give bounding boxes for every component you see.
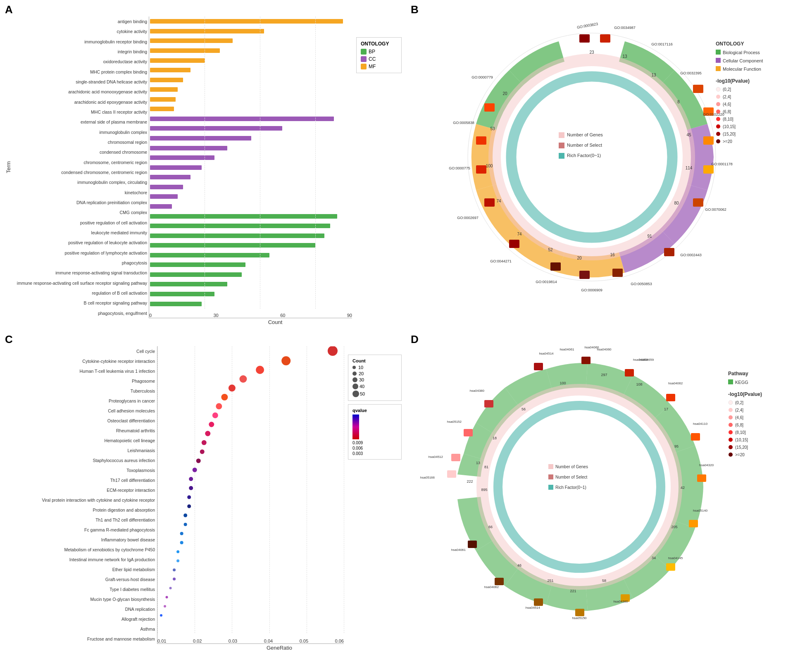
- svg-rect-92: [666, 394, 675, 401]
- dot-label-17: Protein digestion and absorption: [93, 508, 155, 512]
- svg-rect-13: [579, 271, 590, 279]
- bar-row-1: [150, 19, 352, 24]
- svg-text:Number of Genes: Number of Genes: [555, 465, 588, 469]
- svg-rect-5: [600, 34, 610, 43]
- dot-1: [328, 346, 338, 356]
- svg-rect-54: [559, 143, 564, 148]
- svg-text:Biological Process: Biological Process: [723, 50, 760, 55]
- svg-text:hsa04062: hsa04062: [484, 585, 499, 589]
- dot-label-14: Th17 cell differentiation: [110, 478, 155, 483]
- svg-text:hsa05150: hsa05150: [572, 616, 587, 620]
- dotplot-labels: Cell cycle Cytokine-cytokine receptor in…: [4, 346, 157, 644]
- panel-d-chart: hsa05166 hsa04512 hsa05152 hsa04380 hsa0…: [414, 334, 786, 648]
- dot-label-11: Leishmaniasis: [127, 448, 155, 453]
- svg-text:Cellular Component: Cellular Component: [723, 58, 763, 63]
- bar-label-12: immunoglobulin complex: [99, 130, 147, 135]
- bar-label-14: condensed chromosome: [100, 150, 147, 155]
- legend-a-title: ONTOLOGY: [361, 41, 397, 47]
- svg-text:KEGG: KEGG: [735, 380, 748, 385]
- svg-text:297: 297: [601, 373, 607, 377]
- svg-text:895: 895: [481, 488, 487, 492]
- dot-label-2: Cytokine-cytokine receptor interaction: [82, 359, 155, 364]
- dot-11: [202, 440, 207, 445]
- bar-row-16: [150, 164, 352, 170]
- svg-text:GO:0032395: GO:0032395: [680, 71, 702, 75]
- dot-24: [176, 560, 179, 562]
- dot-10: [205, 431, 210, 436]
- svg-text:(2,4]: (2,4]: [723, 95, 731, 99]
- bar-label-18: kinetochore: [125, 190, 147, 195]
- dot-label-29: Asthma: [140, 627, 155, 631]
- svg-text:hsa04060: hsa04060: [597, 348, 612, 351]
- bar-row-2: [150, 28, 352, 34]
- x-axis-title-c: GeneRatio: [157, 645, 402, 651]
- bar-row-5: [150, 57, 352, 63]
- bar-row-10: [150, 106, 352, 112]
- svg-rect-94: [697, 474, 706, 482]
- svg-text:13: 13: [476, 461, 480, 465]
- legend-item-cc: CC: [361, 56, 397, 62]
- bar-label-17: immunoglobulin complex, circulating: [77, 180, 147, 185]
- dot-14: [193, 468, 197, 472]
- bar-label-27: immune response-activating cell surface …: [17, 281, 147, 286]
- svg-point-68: [716, 95, 720, 99]
- svg-rect-11: [664, 248, 674, 256]
- svg-text:(10,15]: (10,15]: [723, 124, 736, 129]
- svg-text:(8,10]: (8,10]: [723, 117, 733, 122]
- svg-text:205: 205: [671, 525, 677, 529]
- dot-label-23: Ether lipid metabolism: [112, 567, 155, 572]
- legend-item-mf: MF: [361, 64, 397, 69]
- bar-row-11: [150, 116, 352, 122]
- bar-row-18: [150, 184, 352, 190]
- svg-rect-90: [581, 357, 591, 364]
- svg-text:GO:0070062: GO:0070062: [705, 207, 726, 212]
- bar-row-30: [150, 301, 352, 307]
- svg-rect-59: [716, 50, 721, 55]
- dot-label-9: Rheumatoid arthritis: [116, 428, 155, 433]
- dot-label-22: Intestinal immune network for IgA produc…: [69, 557, 155, 562]
- bar-label-22: leukocyte mediated immunity: [91, 230, 147, 235]
- dot-18: [187, 505, 191, 508]
- dot-6: [221, 394, 228, 400]
- svg-text:58: 58: [602, 579, 606, 583]
- dot-26: [173, 578, 176, 581]
- bar-row-24: [150, 243, 352, 248]
- dot-label-27: DNA replication: [125, 607, 155, 612]
- svg-rect-10: [693, 198, 703, 207]
- bar-row-7: [150, 77, 352, 83]
- svg-text:hsa04061: hsa04061: [451, 548, 466, 552]
- svg-text:hsa04659: hsa04659: [639, 358, 654, 362]
- svg-rect-100: [495, 578, 504, 585]
- panel-d-label: D: [411, 333, 419, 346]
- bar-label-2: cytokine activity: [117, 29, 147, 34]
- svg-rect-52: [559, 132, 564, 138]
- svg-text:Pathway: Pathway: [728, 371, 748, 376]
- svg-text:74: 74: [517, 232, 522, 236]
- dot-label-3: Human T-cell leukemia virus 1 infection: [80, 369, 155, 374]
- dot-16: [189, 486, 193, 490]
- svg-rect-18: [476, 136, 486, 145]
- bar-row-23: [150, 233, 352, 238]
- dot-9: [209, 422, 214, 427]
- svg-text:8: 8: [677, 100, 680, 104]
- dot-label-7: Cell adhesion molecules: [108, 408, 155, 413]
- svg-text:13: 13: [651, 73, 656, 77]
- bar-row-29: [150, 291, 352, 297]
- svg-point-78: [716, 132, 720, 136]
- bar-chart-labels: antigen binding cytokine activity immuno…: [12, 17, 149, 318]
- bar-label-26: immune response-activating signal transd…: [55, 270, 147, 275]
- qvalue-legend-title: qvalue: [352, 408, 397, 413]
- svg-text:hsa04145: hsa04145: [668, 556, 683, 560]
- svg-rect-89: [534, 363, 543, 370]
- svg-text:Rich Factor(0~1): Rich Factor(0~1): [567, 153, 601, 158]
- svg-text:17: 17: [664, 407, 668, 411]
- svg-text:42: 42: [681, 486, 685, 490]
- dot-8: [212, 412, 218, 418]
- svg-text:GO:0000775: GO:0000775: [449, 166, 470, 170]
- dot-20: [184, 523, 187, 526]
- svg-text:Number of Select: Number of Select: [567, 143, 602, 148]
- svg-rect-8: [703, 136, 714, 145]
- svg-text:(15,20]: (15,20]: [735, 445, 748, 450]
- svg-rect-4: [579, 34, 590, 43]
- svg-text:18: 18: [493, 436, 497, 440]
